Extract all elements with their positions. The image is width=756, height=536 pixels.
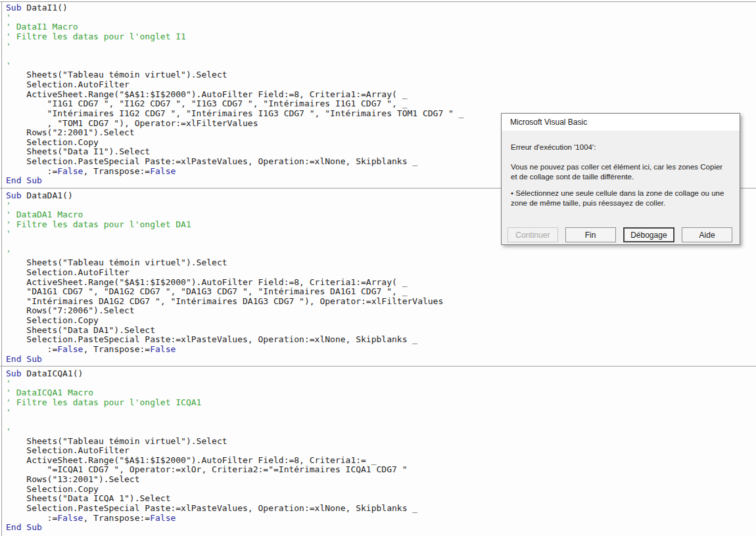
keyword-token: Sub <box>6 3 21 12</box>
code-token: Sheets("Tableau témoin virtuel").Select <box>6 436 227 446</box>
code-token: "Intérimaires DA1G2 CDG7 ", "Intérimaire… <box>6 296 443 306</box>
code-token: := <box>6 513 57 523</box>
code-token: Selection.Copy <box>6 137 99 147</box>
comment-token: ' Filtre les datas pour l'onglet DA1 <box>6 219 191 229</box>
keyword-token: False <box>150 513 176 523</box>
keyword-token: End Sub <box>6 522 42 532</box>
code-line: Selection.AutoFilter <box>6 80 756 90</box>
comment-token: ' <box>6 41 11 51</box>
keyword-token: Sub <box>6 368 21 378</box>
code-token: Rows("7:2006").Select <box>6 305 135 315</box>
code-line: ' Filtre les datas pour l'onglet I1 <box>6 32 756 42</box>
code-line: ' DataICQA1 Macro <box>6 388 756 398</box>
code-token: Rows("2:2001").Select <box>6 127 135 137</box>
comment-token: ' DataDA1 Macro <box>6 210 83 219</box>
code-token: "=ICQA1 CDG7 ", Operator:=xlOr, Criteria… <box>6 464 407 474</box>
code-line: Selection.PasteSpecial Paste:=xlPasteVal… <box>6 504 756 514</box>
code-line: "Intérimaires DA1G2 CDG7 ", "Intérimaire… <box>6 297 756 307</box>
code-token: Sheets("Data I1").Select <box>6 146 150 156</box>
code-token: , Transpose:= <box>83 166 150 176</box>
code-line: ' DataI1 Macro <box>6 22 756 32</box>
code-token: , Transpose:= <box>83 344 150 354</box>
code-token: Selection.PasteSpecial Paste:=xlPasteVal… <box>6 156 417 166</box>
code-line: End Sub <box>6 355 756 365</box>
procedure-separator <box>0 366 756 367</box>
continue-button: Continuer <box>508 227 558 242</box>
code-token: "I1G1 CDG7 ", "I1G2 CDG7 ", "I1G3 CDG7 "… <box>6 99 407 108</box>
comment-token: ' <box>6 248 11 258</box>
code-line: Sheets("Tableau témoin virtuel").Select <box>6 70 756 80</box>
code-token: ActiveSheet.Range("$A$1:$I$2000").AutoFi… <box>6 89 407 99</box>
code-line: ' <box>6 408 756 418</box>
code-line: :=False, Transpose:=False <box>6 345 756 355</box>
code-line: Rows("13:2001").Select <box>6 475 756 485</box>
code-token: , "TOM1 CDG7 "), Operator:=xlFilterValue… <box>6 118 258 128</box>
code-line: Selection.AutoFilter <box>6 446 756 456</box>
vba-code-editor[interactable]: Sub DataI1()'' DataI1 Macro' Filtre les … <box>2 2 756 536</box>
code-line: Rows("7:2006").Select <box>6 306 756 316</box>
comment-token: ' <box>6 60 11 70</box>
code-line: "I1G1 CDG7 ", "I1G2 CDG7 ", "I1G3 CDG7 "… <box>6 99 756 109</box>
code-line: Sheets("Data ICQA 1").Select <box>6 494 756 504</box>
code-line: Selection.Copy <box>6 316 756 326</box>
code-token: Selection.AutoFilter <box>6 267 130 277</box>
error-instruction-text: • Sélectionnez une seule cellule dans la… <box>511 189 730 208</box>
code-token: Selection.AutoFilter <box>6 79 130 89</box>
code-line: ' <box>6 249 756 259</box>
code-line: Selection.PasteSpecial Paste:=xlPasteVal… <box>6 335 756 345</box>
debug-button[interactable]: Débogage <box>623 227 675 242</box>
code-token: := <box>6 166 57 176</box>
keyword-token: False <box>57 166 83 176</box>
code-line: ' Filtre les datas pour l'onglet ICQA1 <box>6 398 756 408</box>
code-line: ActiveSheet.Range("$A$1:$I$2000").AutoFi… <box>6 90 756 100</box>
code-line: ' <box>6 61 756 71</box>
code-line: Selection.AutoFilter <box>6 268 756 278</box>
code-section-dataicqa1[interactable]: Sub DataICQA1()'' DataICQA1 Macro' Filtr… <box>2 368 756 533</box>
code-line: ' <box>6 13 756 23</box>
comment-token: ' Filtre les datas pour l'onglet I1 <box>6 32 186 41</box>
error-code-text: Erreur d'exécution '1004': <box>511 131 730 152</box>
code-line: End Sub <box>6 523 756 533</box>
dialog-body: Erreur d'exécution '1004': Vous ne pouve… <box>502 131 740 246</box>
code-token: "Intérimaires I1G2 CDG7 ", "Intérimaires… <box>6 108 464 118</box>
code-token: Selection.AutoFilter <box>6 445 130 455</box>
code-line: ActiveSheet.Range("$A$1:$I$2000").AutoFi… <box>6 278 756 288</box>
code-token: DataI1() <box>21 3 67 12</box>
end-button[interactable]: Fin <box>565 227 616 242</box>
code-line: :=False, Transpose:=False <box>6 514 756 524</box>
code-token: Sheets("Data ICQA 1").Select <box>6 493 170 503</box>
keyword-token: False <box>57 513 83 523</box>
error-message-text: Vous ne pouvez pas coller cet élément ic… <box>511 162 730 182</box>
code-line: Sub DataICQA1() <box>6 369 756 379</box>
comment-token: ' <box>6 12 11 22</box>
comment-token: ' <box>6 200 11 210</box>
code-line: ' <box>6 379 756 389</box>
code-token: Selection.PasteSpecial Paste:=xlPasteVal… <box>6 503 417 513</box>
error-dialog: Microsoft Visual Basic Erreur d'exécutio… <box>501 113 740 245</box>
code-line: Sub DataI1() <box>6 3 756 13</box>
keyword-token: False <box>57 344 83 354</box>
code-line <box>6 51 756 61</box>
code-line: ActiveSheet.Range("$A$1:$I$2000").AutoFi… <box>6 456 756 466</box>
code-token: ActiveSheet.Range("$A$1:$I$2000").AutoFi… <box>6 277 407 287</box>
dialog-titlebar[interactable]: Microsoft Visual Basic <box>502 114 740 131</box>
help-button[interactable]: Aide <box>682 227 732 242</box>
code-token: Selection.Copy <box>6 484 99 494</box>
comment-token: ' <box>6 229 11 238</box>
code-token: "DA1G1 CDG7 ", "DA1G2 CDG7 ", "DA1G3 CDG… <box>6 286 407 296</box>
keyword-token: False <box>150 344 176 354</box>
code-line: "=ICQA1 CDG7 ", Operator:=xlOr, Criteria… <box>6 465 756 475</box>
code-line: ' <box>6 42 756 52</box>
code-token: ActiveSheet.Range("$A$1:$I$2000").AutoFi… <box>6 455 377 465</box>
comment-token: ' <box>6 407 11 417</box>
code-token: := <box>6 344 57 354</box>
keyword-token: End Sub <box>6 175 42 185</box>
keyword-token: Sub <box>6 190 21 200</box>
comment-token: ' DataICQA1 Macro <box>6 388 93 397</box>
code-line: "DA1G1 CDG7 ", "DA1G2 CDG7 ", "DA1G3 CDG… <box>6 287 756 297</box>
comment-token: ' DataI1 Macro <box>6 22 78 32</box>
comment-token: ' Filtre les datas pour l'onglet ICQA1 <box>6 397 201 407</box>
dialog-title: Microsoft Visual Basic <box>510 118 587 127</box>
code-token: Sheets("Data DA1").Select <box>6 325 155 335</box>
code-line: Sheets("Data DA1").Select <box>6 326 756 336</box>
